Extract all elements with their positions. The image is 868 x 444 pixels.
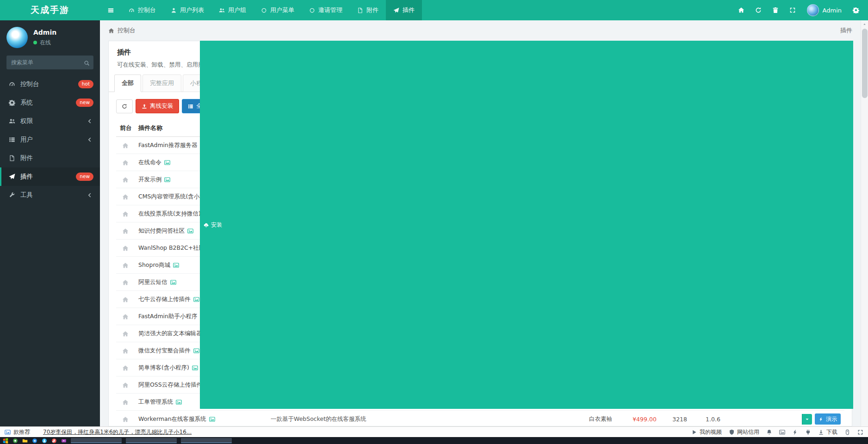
taskbar-browser-icon[interactable] [12, 438, 18, 444]
plugin-price: ¥499.00 [632, 416, 657, 423]
action-cell: 安装演示 [761, 413, 841, 425]
sidebar-item-6[interactable]: 工具 [0, 186, 100, 204]
top-nav-item-4[interactable]: 邀请管理 [302, 0, 350, 20]
tab-0[interactable]: 全部 [114, 74, 141, 92]
image-icon [193, 348, 199, 354]
chevron-left-icon [86, 136, 93, 143]
sidebar-item-1[interactable]: 系统new [0, 93, 100, 112]
navbar-user-menu[interactable]: Admin [801, 0, 847, 20]
circle-icon [309, 7, 315, 13]
sidebar-item-label: 控制台 [20, 80, 39, 88]
statusbar-right: 我的视频网站信用下载 [691, 428, 863, 436]
gear-icon [8, 99, 16, 106]
sidebar-item-5[interactable]: 插件new [0, 167, 100, 186]
navbar-trash-button[interactable] [767, 0, 784, 20]
sidebar-item-label: 用户 [20, 136, 33, 144]
refresh-button[interactable] [116, 99, 133, 113]
statusbar-bell-button[interactable] [766, 429, 772, 435]
home-icon [122, 399, 129, 406]
gauge-icon [8, 81, 16, 87]
sidebar-item-0[interactable]: 控制台hot [0, 75, 100, 93]
home-icon [108, 28, 114, 34]
statusbar-shield-button[interactable]: 网站信用 [729, 428, 759, 436]
navbar-expand-button[interactable] [784, 0, 801, 20]
taskbar-window-button-2[interactable] [181, 438, 232, 443]
refresh-icon [755, 7, 762, 13]
statusbar-mouse-button[interactable] [844, 429, 850, 435]
taskbar-edge-icon[interactable]: e [32, 438, 37, 444]
promo-label: 款推荐 [5, 428, 30, 436]
top-nav-item-0[interactable]: 控制台 [121, 0, 163, 20]
taskbar-chat-icon[interactable] [42, 438, 47, 444]
top-navbar: 天成手游 控制台用户列表用户组用户菜单邀请管理附件插件 Admin [0, 0, 868, 20]
top-nav-item-1[interactable]: 用户列表 [163, 0, 211, 20]
image-icon [173, 262, 179, 268]
image-icon [193, 296, 199, 302]
top-nav-item-5[interactable]: 附件 [350, 0, 386, 20]
navbar-home-button[interactable] [733, 0, 750, 20]
front-cell [116, 171, 135, 188]
statusbar-plug-button[interactable] [805, 429, 811, 435]
statusbar-bolt-button[interactable] [792, 429, 798, 435]
statusbar-download-button[interactable]: 下载 [818, 428, 837, 436]
breadcrumb-current[interactable]: 控制台 [118, 26, 136, 35]
plugin-downloads: 3218 [672, 416, 687, 423]
home-icon [122, 279, 129, 286]
scrollbar-track[interactable] [861, 20, 868, 426]
users-icon [8, 118, 16, 124]
sidebar-user-panel: Admin 在线 [0, 20, 100, 55]
top-nav-item-label: 用户列表 [180, 6, 204, 14]
navbar-settings-button[interactable] [847, 0, 864, 20]
tab-1[interactable]: 完整应用 [143, 74, 181, 92]
offline-install-button[interactable]: 离线安装 [136, 99, 179, 113]
sidebar-item-4[interactable]: 附件 [0, 149, 100, 167]
top-nav-item-3[interactable]: 用户菜单 [254, 0, 302, 20]
demo-button[interactable]: 演示 [815, 413, 841, 425]
home-icon [122, 177, 129, 183]
top-nav-item-2[interactable]: 用户组 [211, 0, 254, 20]
top-nav-item-6[interactable]: 插件 [386, 0, 422, 20]
sidebar-item-label: 插件 [20, 173, 33, 181]
avatar [807, 4, 819, 16]
scrollbar-thumb[interactable] [862, 29, 868, 98]
plane-icon [393, 7, 399, 13]
breadcrumb: 控制台 插件 [100, 20, 861, 41]
navbar-refresh-button[interactable] [750, 0, 767, 20]
scrollbar-up-button[interactable] [861, 20, 868, 28]
sidebar-toggle-button[interactable] [100, 0, 121, 20]
front-cell [116, 240, 135, 257]
taskbar-window-button-1[interactable] [126, 438, 177, 443]
news-headline-link[interactable]: 70岁李保田，捧红身高1米6的儿子，漂亮儿媳比儿子小16... [43, 428, 192, 436]
plugin-panel: 插件 可在线安装、卸载、禁用、启用插件，同时支持添加本地插件。FastAdmin… [108, 41, 852, 426]
expand-icon [789, 7, 796, 13]
statusbar-play-button[interactable]: 我的视频 [691, 428, 722, 436]
statusbar-expand-button[interactable] [857, 429, 863, 435]
home-icon [122, 416, 129, 423]
promo-icon [5, 429, 11, 435]
taskbar-video-icon[interactable] [61, 438, 67, 444]
bolt-icon [792, 429, 798, 435]
taskbar-window-button-0[interactable] [71, 438, 122, 443]
plugin-desc: 一款基于WebSocket的在线客服系统 [271, 415, 366, 422]
start-button[interactable] [3, 438, 8, 444]
taskbar-music-icon[interactable] [51, 438, 57, 444]
shield-icon [729, 429, 735, 435]
install-dropdown-button[interactable] [802, 414, 812, 425]
sidebar-search-button[interactable] [84, 59, 90, 66]
front-cell [116, 359, 135, 376]
chevron-left-icon [86, 136, 93, 143]
file-icon [357, 7, 363, 13]
gear-icon [853, 7, 859, 13]
plug-icon [805, 429, 811, 435]
sidebar-item-3[interactable]: 用户 [0, 130, 100, 149]
image-icon [209, 416, 215, 422]
sidebar: Admin 在线 控制台hot系统new权限用户附件插件new工具 [0, 20, 100, 426]
front-cell [116, 205, 135, 222]
taskbar-folder-icon[interactable] [22, 438, 28, 444]
home-icon [122, 365, 129, 371]
refresh-icon [122, 104, 127, 109]
sidebar-item-2[interactable]: 权限 [0, 112, 100, 130]
statusbar-image-button[interactable] [779, 429, 785, 435]
sidebar-search-input[interactable] [6, 56, 93, 69]
browser-bottom-bar: 款推荐 70岁李保田，捧红身高1米6的儿子，漂亮儿媳比儿子小16... 我的视频… [0, 426, 868, 437]
